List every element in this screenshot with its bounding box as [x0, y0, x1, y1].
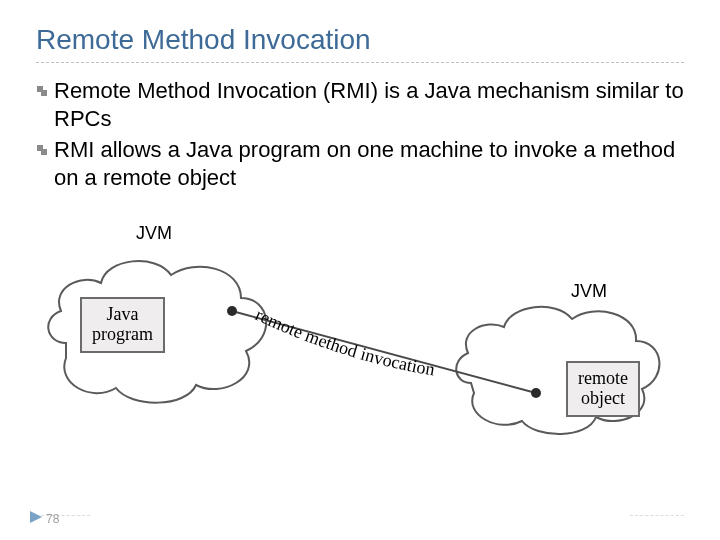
- bullet-text: Remote Method Invocation (RMI) is a Java…: [54, 77, 684, 132]
- remote-object-box: remote object: [566, 361, 640, 417]
- jvm1-label: JVM: [136, 223, 172, 244]
- jvm2-label: JVM: [571, 281, 607, 302]
- footer-dash-right: [630, 515, 684, 516]
- bullet-item: Remote Method Invocation (RMI) is a Java…: [36, 77, 684, 132]
- slide: Remote Method Invocation Remote Method I…: [0, 0, 720, 540]
- bullet-icon: [36, 136, 54, 160]
- title-divider: [36, 62, 684, 63]
- page-arrow-icon: [30, 509, 42, 527]
- svg-point-1: [227, 306, 237, 316]
- remote-object-text: remote object: [578, 368, 628, 408]
- bullet-item: RMI allows a Java program on one machine…: [36, 136, 684, 191]
- java-program-box: Java program: [80, 297, 165, 353]
- bullet-text: RMI allows a Java program on one machine…: [54, 136, 684, 191]
- link-label: remote method invocation: [252, 304, 436, 379]
- svg-point-2: [531, 388, 541, 398]
- rmi-diagram: remote method invocation JVM JVM Java pr…: [36, 203, 676, 453]
- bullet-icon: [36, 77, 54, 101]
- svg-marker-3: [30, 511, 42, 523]
- slide-title: Remote Method Invocation: [36, 24, 684, 56]
- bullet-list: Remote Method Invocation (RMI) is a Java…: [36, 77, 684, 191]
- page-number: 78: [46, 512, 59, 526]
- footer-dash-left: [36, 515, 90, 516]
- java-program-text: Java program: [92, 304, 153, 344]
